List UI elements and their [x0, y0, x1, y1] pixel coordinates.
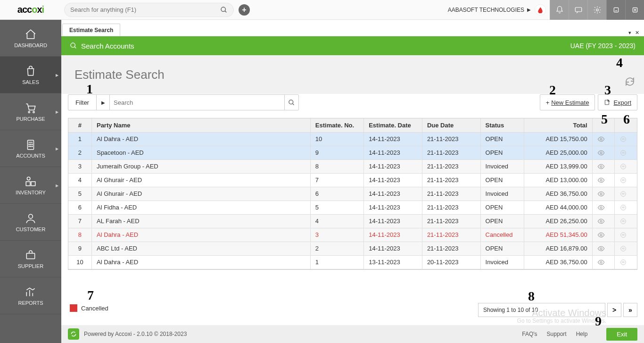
row-total: AED 25,000.00 — [524, 146, 592, 159]
col-num[interactable]: # — [68, 118, 91, 132]
row-due: 21-11-2023 — [422, 159, 480, 173]
nav-inventory[interactable]: INVENTORY▶ — [0, 167, 61, 204]
tab-min-icon[interactable]: ▾ — [628, 30, 631, 36]
svg-point-36 — [600, 152, 602, 154]
minimize-button[interactable] — [606, 0, 625, 20]
table-row[interactable]: 6Al Fidha - AED514-11-202321-11-2023OPEN… — [68, 201, 637, 214]
table-row[interactable]: 4Al Ghurair - AED714-11-202321-11-2023OP… — [68, 173, 637, 187]
view-icon[interactable] — [592, 228, 614, 242]
close-button[interactable] — [625, 0, 644, 20]
refresh-icon[interactable] — [624, 76, 636, 87]
table-row[interactable]: 3Jumeraih Group - AED814-11-202321-11-20… — [68, 159, 637, 173]
row-menu-icon[interactable] — [615, 159, 637, 173]
row-party: Al Dahra - AED — [91, 228, 310, 242]
table-row[interactable]: 9ABC Ltd - AED214-11-202321-11-2023OPENA… — [68, 242, 637, 255]
nav-supplier[interactable]: SUPPLIER — [0, 241, 61, 277]
bell-icon[interactable] — [550, 0, 569, 20]
row-status: OPEN — [480, 214, 524, 228]
col-due[interactable]: Due Date — [422, 118, 480, 132]
row-date: 14-11-2023 — [364, 242, 422, 255]
view-icon[interactable] — [592, 214, 614, 228]
row-menu-icon[interactable] — [615, 187, 637, 201]
filter-search-input[interactable] — [110, 95, 284, 110]
chart-icon — [25, 286, 37, 298]
nav-reports[interactable]: REPORTS — [0, 277, 61, 314]
briefcase-icon — [25, 249, 37, 261]
view-icon[interactable] — [592, 173, 614, 187]
table-row[interactable]: 2Spacetoon - AED914-11-202321-11-2023OPE… — [68, 146, 637, 159]
company-name[interactable]: AABASOFT TECHNOLOGIES — [448, 7, 524, 13]
filter-expand-icon[interactable]: ▶ — [97, 95, 110, 110]
last-page-button[interactable]: » — [623, 303, 637, 317]
col-no[interactable]: Estimate. No. — [310, 118, 363, 132]
table-row[interactable]: 10Al Dahra - AED113-11-202320-11-2023Inv… — [68, 255, 637, 269]
company-menu-arrow[interactable]: ▶ — [527, 7, 531, 12]
view-icon[interactable] — [592, 132, 614, 146]
nav-dashboard[interactable]: DASHBOARD — [0, 20, 61, 57]
row-party: Al Fidha - AED — [91, 201, 310, 214]
global-search[interactable] — [64, 3, 234, 17]
row-party: AL Farah - AED — [91, 214, 310, 228]
row-due: 20-11-2023 — [422, 255, 480, 269]
view-icon[interactable] — [592, 187, 614, 201]
row-total: AED 16,879.00 — [524, 242, 592, 255]
footer-help[interactable]: Help — [576, 331, 588, 337]
global-search-input[interactable] — [70, 6, 220, 13]
callout-3: 3 — [604, 83, 611, 98]
row-menu-icon[interactable] — [615, 132, 637, 146]
gear-icon[interactable] — [587, 0, 606, 20]
new-estimate-button[interactable]: +New Estimate — [540, 94, 595, 110]
table-row[interactable]: 7AL Farah - AED414-11-202321-11-2023OPEN… — [68, 214, 637, 228]
export-button[interactable]: Export — [598, 94, 637, 110]
tab-estimate-search[interactable]: Estimate Search — [62, 24, 120, 36]
row-date: 13-11-2023 — [364, 255, 422, 269]
exit-button[interactable]: Exit — [606, 328, 637, 341]
nav-accounts[interactable]: ACCOUNTS▶ — [0, 130, 61, 167]
table-row[interactable]: 5Al Ghurair - AED614-11-202321-11-2023In… — [68, 187, 637, 201]
row-status: Invoiced — [480, 187, 524, 201]
col-status[interactable]: Status — [480, 118, 524, 132]
filter-label[interactable]: Filter — [68, 95, 97, 110]
row-party: Al Dahra - AED — [91, 255, 310, 269]
row-menu-icon[interactable] — [615, 255, 637, 269]
footer-support[interactable]: Support — [547, 331, 567, 337]
tab-close-icon[interactable]: ✕ — [635, 30, 639, 36]
row-menu-icon[interactable] — [615, 201, 637, 214]
svg-point-53 — [621, 205, 626, 210]
nav-customer[interactable]: CUSTOMER — [0, 204, 61, 241]
row-menu-icon[interactable] — [615, 242, 637, 255]
nav-purchase[interactable]: PURCHASE▶ — [0, 93, 61, 130]
row-due: 21-11-2023 — [422, 228, 480, 242]
nav-sales[interactable]: SALES▶ — [0, 57, 61, 93]
view-icon[interactable] — [592, 201, 614, 214]
col-total[interactable]: Total — [524, 118, 592, 132]
row-no: 1 — [310, 255, 363, 269]
view-icon[interactable] — [592, 255, 614, 269]
row-menu-icon[interactable] — [615, 214, 637, 228]
chat-icon[interactable] — [569, 0, 587, 20]
next-page-button[interactable]: > — [607, 303, 621, 317]
chevron-right-icon: ▶ — [56, 109, 58, 114]
view-icon[interactable] — [592, 146, 614, 159]
row-menu-icon[interactable] — [615, 228, 637, 242]
company-avatar[interactable] — [535, 4, 546, 16]
row-date: 14-11-2023 — [364, 228, 422, 242]
cancelled-swatch — [70, 304, 77, 312]
table-row[interactable]: 1Al Dahra - AED1014-11-202321-11-2023OPE… — [68, 132, 637, 146]
col-date[interactable]: Estimate. Date — [364, 118, 422, 132]
view-icon[interactable] — [592, 242, 614, 255]
filter-search-icon[interactable] — [284, 95, 298, 110]
col-party[interactable]: Party Name — [91, 118, 310, 132]
row-menu-icon[interactable] — [615, 146, 637, 159]
row-menu-icon[interactable] — [615, 173, 637, 187]
svg-point-44 — [600, 179, 602, 181]
row-due: 21-11-2023 — [422, 132, 480, 146]
view-icon[interactable] — [592, 159, 614, 173]
callout-1: 1 — [86, 82, 93, 97]
footer-faq[interactable]: FAQ's — [522, 331, 537, 337]
green-title: Search Accounts — [81, 42, 134, 50]
svg-point-40 — [600, 166, 602, 167]
table-row[interactable]: 8Al Dahra - AED314-11-202321-11-2023Canc… — [68, 228, 637, 242]
add-button[interactable]: + — [239, 4, 250, 16]
svg-point-3 — [596, 8, 598, 11]
